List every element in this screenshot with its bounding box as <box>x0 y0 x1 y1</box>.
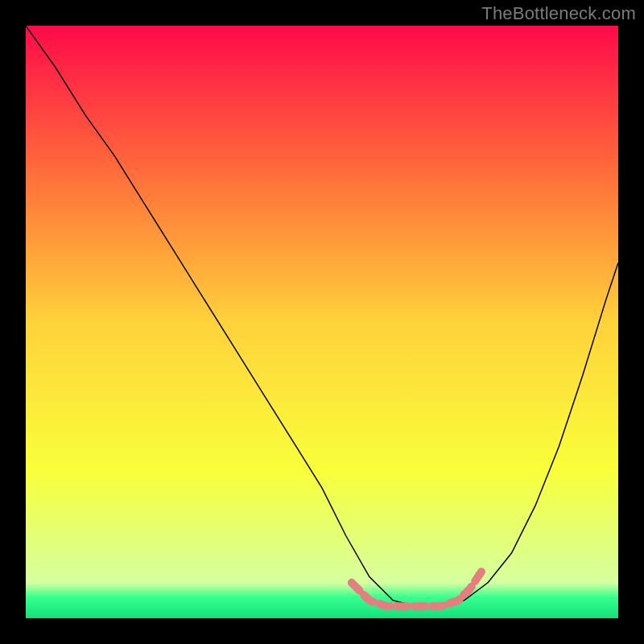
chart-frame: TheBottleneck.com <box>0 0 644 644</box>
plot-area <box>26 26 618 618</box>
chart-svg <box>26 26 618 618</box>
watermark-label: TheBottleneck.com <box>481 3 636 24</box>
gradient-background <box>26 26 618 618</box>
